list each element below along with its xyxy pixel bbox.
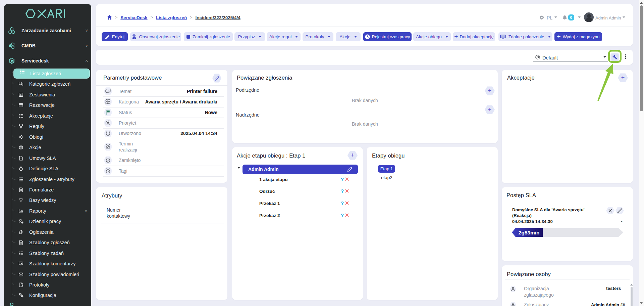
- svg-text:2g53min: 2g53min: [519, 230, 540, 235]
